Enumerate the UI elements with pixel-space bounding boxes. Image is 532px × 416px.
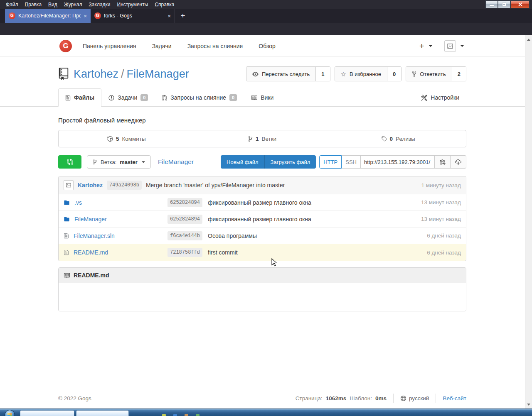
readme-panel: README.md [58,267,466,311]
unwatch-button-group: Перестать следить 1 [246,66,330,81]
template-time-value: 0ms [375,395,387,401]
gogs-favicon-icon: G [9,12,15,19]
file-buttons: Новый файл Загрузить файл [221,155,316,169]
repo-actions: Перестать следить 1 ☆ В избранное 0 Отве… [246,66,466,81]
avatar[interactable] [64,180,74,190]
repo-description: Простой файловый менеджер [58,117,466,124]
history-icon [107,136,113,142]
window-controls [485,0,530,8]
issue-icon [108,95,114,101]
ssh-protocol-button[interactable]: SSH [342,155,361,169]
nav-pull-requests[interactable]: Запросы на слияние [187,43,243,49]
scroll-up-icon[interactable] [525,36,532,43]
file-link[interactable]: FileManager [74,216,107,223]
breadcrumb[interactable]: FileManager [158,158,194,166]
readme-content [59,283,466,311]
file-icon [65,95,71,101]
commit-sha-badge[interactable]: 6252824894 [167,198,202,207]
commits-stat[interactable]: 5 Коммиты [59,136,195,142]
file-table: Kartohez 749a24098b Merge branch 'master… [58,176,466,261]
branch-row: Ветка: master FileManager Новый файл Заг… [58,155,466,169]
compare-button[interactable] [58,155,81,169]
readme-title: README.md [74,272,109,279]
nav-issues[interactable]: Задачи [152,43,172,49]
mouse-cursor [271,258,277,267]
menu-tools[interactable]: Инструменты [114,1,152,8]
commit-message[interactable]: фиксированный размер главного окна [208,199,311,206]
menu-edit[interactable]: Правка [22,1,45,8]
table-row[interactable]: FileManager.sln f6ca4e144b Осова програм… [59,228,466,244]
avatar[interactable] [444,40,456,52]
branches-stat[interactable]: 1 Ветки [195,136,330,142]
table-row[interactable]: FileManager 6252824894 фиксированный раз… [59,211,466,228]
create-new-icon[interactable]: + [419,41,424,51]
menu-view[interactable]: Вид [45,1,61,8]
file-link[interactable]: FileManager.sln [74,232,115,239]
tab-files[interactable]: Файлы [58,88,101,107]
menu-history[interactable]: Журнал [61,1,86,8]
http-protocol-button[interactable]: HTTP [319,155,342,169]
commit-sha-badge[interactable]: f6ca4e144b [167,231,202,240]
minimize-button[interactable] [485,0,498,8]
star-button[interactable]: ☆ В избранное [335,67,387,81]
commit-sha-badge[interactable]: 6252824894 [167,215,202,224]
page-scrollbar[interactable] [525,35,532,409]
unwatch-button[interactable]: Перестать следить [246,67,315,81]
tab-issues[interactable]: Задачи 0 [101,88,155,107]
repo-name-link[interactable]: FileManager [127,68,189,80]
website-link[interactable]: Веб-сайт [443,395,466,401]
taskbar-window-button[interactable] [76,410,129,416]
file-link[interactable]: .vs [74,199,82,206]
tab-settings[interactable]: Настройки [414,88,466,107]
chevron-down-icon[interactable] [429,45,433,47]
branch-dropdown[interactable]: Ветка: master [87,155,151,169]
scroll-down-icon[interactable] [525,401,532,408]
releases-stat[interactable]: 0 Релизы [330,136,466,142]
close-window-button[interactable] [510,0,530,8]
browser-tab-active[interactable]: G Kartohez/FileManager: Прос × [5,9,91,23]
tag-icon [381,136,387,142]
table-row-highlighted[interactable]: README.md 7218758ffd first commit 6 дней… [59,244,466,261]
stars-count[interactable]: 0 [387,67,401,81]
commit-message[interactable]: Merge branch 'master' of ypv/FileManager… [146,182,285,188]
windows-taskbar[interactable] [0,409,532,416]
table-row[interactable]: .vs 6252824894 фиксированный размер глав… [59,194,466,211]
commit-message[interactable]: Осова программы [208,232,257,239]
fork-button[interactable]: Ответвить [406,67,451,81]
tab-close-icon[interactable]: × [167,13,171,19]
watchers-count[interactable]: 1 [315,67,330,81]
nav-explore[interactable]: Обзор [259,43,275,49]
browser-tab-forks[interactable]: G forks - Gogs × [91,9,175,23]
upload-file-button[interactable]: Загрузить файл [264,155,316,169]
restore-button[interactable] [498,0,510,8]
menu-bookmarks[interactable]: Закладки [86,1,114,8]
repo-book-icon [58,68,69,80]
nav-dashboard[interactable]: Панель управления [83,43,136,49]
language-selector[interactable]: русский [400,395,429,401]
eye-icon [252,71,259,77]
commit-message[interactable]: first commit [208,249,238,256]
tab-close-icon[interactable]: × [84,13,87,19]
gogs-logo-icon[interactable]: G [59,40,72,52]
forks-count[interactable]: 2 [452,67,466,81]
commit-message[interactable]: фиксированный размер главного окна [208,216,311,223]
gogs-navbar: G Панель управления Задачи Запросы на сл… [0,35,525,57]
start-button[interactable] [5,410,15,416]
file-link[interactable]: README.md [74,249,108,256]
commit-sha-badge[interactable]: 749a24098b [107,181,142,190]
tab-wiki[interactable]: Вики [244,88,281,107]
menu-file[interactable]: Файл [2,1,22,8]
commit-sha-badge[interactable]: 7218758ffd [167,248,202,257]
taskbar-window-button[interactable] [20,410,74,416]
new-tab-button[interactable]: + [175,9,191,23]
repo-owner-link[interactable]: Kartohez [74,68,118,80]
copy-url-button[interactable] [435,155,451,169]
new-file-button[interactable]: Новый файл [221,155,264,169]
download-archive-button[interactable] [451,155,466,169]
tab-pull-requests[interactable]: Запросы на слияние 0 [155,88,244,107]
clone-url-input[interactable] [361,155,435,169]
file-icon [64,233,69,239]
chevron-down-icon[interactable] [460,45,464,47]
commit-author-link[interactable]: Kartohez [78,182,103,188]
menu-help[interactable]: Справка [151,1,177,8]
